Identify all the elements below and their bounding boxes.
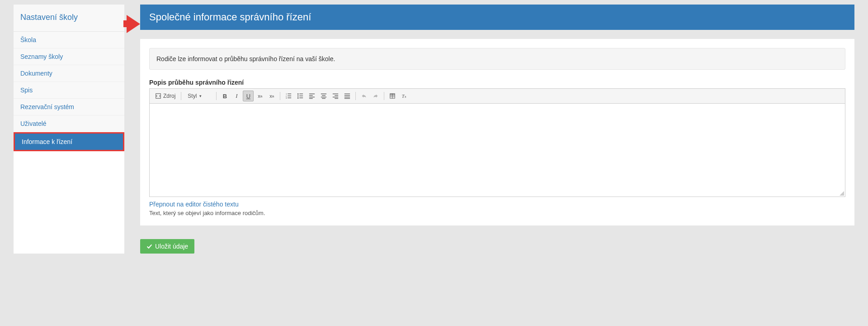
svg-rect-17 (321, 94, 326, 94)
svg-rect-6 (288, 98, 292, 98)
toolbar-separator (384, 92, 384, 100)
rich-text-editor: Zdroj Styl B I U xa xa 123 (149, 88, 845, 197)
toolbar-separator (216, 92, 217, 100)
align-justify-icon (344, 93, 350, 99)
svg-rect-33 (390, 94, 395, 96)
svg-rect-20 (322, 98, 326, 99)
ordered-list-icon: 123 (285, 93, 292, 99)
field-label: Popis průběhu správního řizení (149, 79, 845, 86)
editor-textarea[interactable] (150, 104, 845, 197)
resize-handle-icon[interactable] (840, 191, 844, 196)
styles-dropdown[interactable]: Styl (184, 92, 213, 100)
toolbar-separator (280, 92, 280, 100)
sidebar-item-dokumenty[interactable]: Dokumenty (14, 65, 124, 82)
svg-rect-13 (309, 94, 315, 94)
svg-text:x: x (405, 95, 406, 98)
switch-editor-link[interactable]: Přepnout na editor čistého textu (149, 201, 239, 208)
sidebar-item-seznamy[interactable]: Seznamy školy (14, 48, 124, 65)
svg-point-7 (297, 93, 299, 95)
underline-button[interactable]: U (243, 91, 254, 101)
align-right-icon (332, 93, 339, 99)
table-button[interactable] (387, 91, 398, 101)
save-button-label: Uložit údaje (155, 243, 188, 250)
subscript-button[interactable]: xa (255, 91, 265, 101)
svg-rect-2 (288, 94, 292, 94)
page-title: Společné informace správního řízení (140, 5, 854, 30)
svg-rect-10 (300, 96, 303, 96)
svg-rect-16 (309, 98, 313, 99)
toolbar-separator (181, 92, 181, 100)
svg-text:3: 3 (286, 97, 287, 99)
source-button[interactable]: Zdroj (152, 92, 178, 100)
svg-rect-21 (333, 94, 338, 94)
sidebar: Nastavení školy Škola Seznamy školy Doku… (14, 5, 124, 254)
remove-format-icon: Tx (401, 93, 407, 99)
main-content: Společné informace správního řízení Rodi… (140, 5, 854, 254)
sidebar-item-uzivatele[interactable]: Uživatelé (14, 115, 124, 132)
svg-rect-8 (300, 94, 303, 94)
svg-rect-27 (344, 97, 350, 97)
undo-icon (361, 93, 367, 99)
source-label: Zdroj (163, 93, 175, 99)
svg-rect-28 (344, 98, 350, 99)
italic-button[interactable]: I (231, 91, 242, 101)
redo-icon (373, 93, 379, 99)
svg-rect-22 (335, 95, 339, 96)
svg-rect-15 (309, 97, 315, 97)
sidebar-item-rezervacni[interactable]: Rezervační systém (14, 99, 124, 115)
align-center-button[interactable] (318, 91, 329, 101)
ordered-list-button[interactable]: 123 (283, 91, 294, 101)
redo-button[interactable] (370, 91, 381, 101)
align-right-button[interactable] (330, 91, 341, 101)
remove-format-button[interactable]: Tx (399, 91, 410, 101)
align-left-button[interactable] (307, 91, 317, 101)
svg-rect-25 (344, 94, 350, 94)
svg-rect-23 (333, 97, 338, 97)
sidebar-item-skola[interactable]: Škola (14, 32, 124, 48)
sidebar-item-informace[interactable]: Informace k řízení (14, 132, 124, 151)
svg-point-9 (297, 96, 299, 97)
sidebar-item-spis[interactable]: Spis (14, 82, 124, 99)
svg-rect-19 (321, 97, 326, 97)
superscript-button[interactable]: xa (266, 91, 277, 101)
check-icon (146, 244, 152, 249)
editor-toolbar: Zdroj Styl B I U xa xa 123 (150, 89, 845, 104)
align-left-icon (309, 93, 315, 99)
unordered-list-button[interactable] (295, 91, 306, 101)
svg-rect-18 (322, 95, 326, 96)
bold-button[interactable]: B (219, 91, 230, 101)
undo-button[interactable] (359, 91, 369, 101)
svg-rect-14 (309, 95, 313, 96)
field-help-text: Text, který se objeví jako informace rod… (149, 210, 845, 216)
info-message: Rodiče lze informovat o průběhu správníh… (149, 48, 845, 70)
source-icon (155, 93, 161, 99)
svg-rect-12 (300, 98, 303, 98)
svg-point-11 (297, 97, 299, 99)
svg-rect-24 (335, 98, 339, 99)
svg-rect-26 (344, 95, 350, 96)
table-icon (389, 93, 396, 99)
save-button[interactable]: Uložit údaje (140, 239, 194, 254)
pointer-arrow-icon (127, 15, 140, 33)
align-justify-button[interactable] (342, 91, 353, 101)
toolbar-separator (355, 92, 356, 100)
align-center-icon (321, 93, 327, 99)
svg-rect-4 (288, 96, 292, 96)
content-panel: Rodiče lze informovat o průběhu správníh… (140, 39, 854, 225)
sidebar-title: Nastavení školy (14, 5, 124, 32)
unordered-list-icon (297, 93, 303, 99)
